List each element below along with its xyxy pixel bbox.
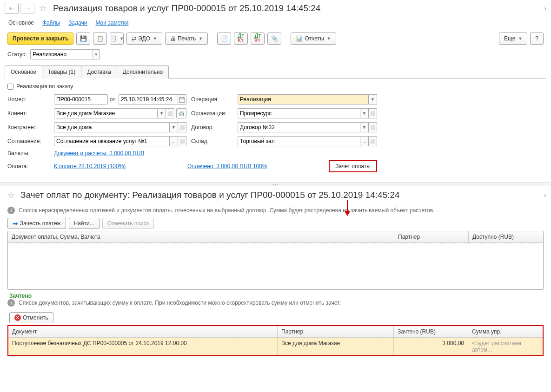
favorite-star-icon[interactable]: ☆	[7, 190, 15, 200]
form-tab-delivery[interactable]: Доставка	[81, 65, 117, 78]
help-button[interactable]: ?	[530, 33, 544, 45]
by-order-checkbox[interactable]	[7, 84, 13, 90]
undistributed-payments-table: Документ оплаты, Сумма, Валюта Партнер Д…	[7, 231, 544, 290]
cancel-offset-button[interactable]: ✕ Отменить	[9, 312, 53, 323]
chevron-down-icon[interactable]: ▼	[360, 122, 369, 132]
th-document[interactable]: Документ оплаты, Сумма, Валюта	[8, 231, 394, 242]
post-button[interactable]: 📋	[93, 33, 107, 45]
client-label: Клиент:	[7, 110, 49, 117]
tab-files[interactable]: Файлы	[42, 20, 60, 26]
form-tab-goods[interactable]: Товары (1)	[42, 65, 81, 78]
chevron-down-icon[interactable]: ▼	[369, 94, 377, 105]
open-ref-button[interactable]: ⬜	[369, 108, 377, 118]
reports-button[interactable]: 📊Отчеты▼	[291, 33, 336, 45]
form-tab-main[interactable]: Основное	[5, 65, 42, 78]
status-input[interactable]	[30, 49, 100, 59]
credited-documents-table: Документ Партнер Зачтено (RUB) Сумма упр…	[7, 325, 544, 356]
chevron-down-icon[interactable]: ▼	[92, 50, 100, 59]
number-input[interactable]	[54, 94, 108, 105]
chevron-down-icon: ▼	[518, 36, 522, 41]
payment-link[interactable]: К оплате 28.10.2019 (100%)	[54, 163, 126, 170]
agreement-input[interactable]	[54, 136, 170, 146]
agreement-label: Соглашение:	[7, 138, 49, 144]
panel-splitter[interactable]: • • •	[0, 183, 551, 186]
organization-label: Организация:	[191, 110, 233, 117]
tool-button-1[interactable]: 📄	[217, 33, 231, 45]
nav-forward-button: 🡒	[20, 3, 34, 14]
form-tab-additional[interactable]: Дополнительно	[117, 65, 169, 78]
chevron-down-icon[interactable]: ▼	[360, 108, 369, 118]
find-button[interactable]: Найти...	[69, 218, 100, 229]
calendar-icon	[179, 97, 185, 103]
ellipsis-button[interactable]: …	[170, 136, 178, 146]
payment-label: Оплата:	[7, 163, 49, 170]
open-ref-button[interactable]: ⬜	[178, 136, 186, 146]
info-icon: i	[7, 207, 15, 214]
document-title: Реализация товаров и услуг ПР00-000015 о…	[53, 3, 320, 13]
warehouse-label: Склад:	[191, 138, 233, 144]
open-ref-button[interactable]: ⬜	[178, 122, 186, 132]
post-and-close-button[interactable]: Провести и закрыть	[7, 33, 73, 45]
attach-button[interactable]: 📎	[267, 33, 281, 45]
tab-tasks[interactable]: Задачи	[68, 20, 87, 26]
cancel-search-button: Отменить поиск	[102, 218, 154, 229]
info-text-2: Список документов, зачитывающих сумму к …	[19, 300, 341, 306]
open-ref-button[interactable]: ⬜	[369, 136, 377, 146]
offset-payment-button[interactable]: Зачет оплаты	[329, 160, 377, 172]
organization-input[interactable]	[238, 108, 360, 118]
table-row[interactable]: Поступление безналичных ДС ПР00-000005 о…	[8, 338, 543, 355]
by-order-label: Реализация по заказу	[16, 83, 73, 90]
cell-sum-mgmt: <Будет рассчитана автом...	[468, 338, 543, 355]
chevron-down-icon: ▼	[327, 36, 331, 41]
th-partner[interactable]: Партнер	[278, 326, 394, 337]
th-available[interactable]: Доступно (RUB)	[469, 231, 543, 242]
tab-main[interactable]: Основное	[8, 20, 34, 26]
calendar-button[interactable]	[178, 94, 186, 105]
th-partner[interactable]: Партнер	[394, 231, 469, 242]
expand-icon[interactable]: ›	[544, 5, 546, 12]
svg-rect-0	[179, 98, 185, 102]
svg-marker-5	[345, 211, 350, 216]
chevron-down-icon: ▼	[153, 36, 157, 41]
create-based-on-button[interactable]: 📑▼	[110, 33, 124, 45]
th-document[interactable]: Документ	[8, 326, 278, 337]
paid-link[interactable]: Оплачено: 3 000,00 RUB 100%	[187, 163, 267, 170]
dogovor-input[interactable]	[238, 122, 360, 132]
currency-link[interactable]: Документ и расчеты: 3 000,00 RUB	[54, 150, 145, 157]
client-input[interactable]	[54, 108, 158, 118]
offset-payment-action-button[interactable]: ➡ Зачесть платеж	[7, 218, 66, 229]
operation-input[interactable]	[238, 94, 369, 105]
tab-notes[interactable]: Мои заметки	[95, 20, 128, 26]
th-credited[interactable]: Зачтено (RUB)	[394, 326, 468, 337]
copy-icon: 📑	[110, 35, 117, 42]
dt-kt-button[interactable]: ДтКт	[234, 33, 248, 45]
chevron-down-icon[interactable]: ▼	[158, 108, 166, 118]
red-arrow-annotation	[343, 200, 352, 219]
favorite-star-icon[interactable]: ☆	[39, 3, 46, 13]
expand-icon[interactable]: ›	[544, 191, 546, 199]
edo-button[interactable]: ⇄ЭДО▼	[126, 33, 162, 45]
more-button[interactable]: Еще▼	[499, 33, 527, 45]
client-card-button[interactable]: 📇	[176, 108, 186, 118]
post-icon: 📋	[97, 35, 104, 42]
th-sum-mgmt[interactable]: Сумма упр.	[468, 326, 543, 337]
warehouse-input[interactable]	[238, 136, 360, 146]
ellipsis-button[interactable]: …	[360, 136, 369, 146]
print-button[interactable]: 🖨Печать▼	[165, 33, 208, 45]
save-button[interactable]: 💾	[76, 33, 90, 45]
contragent-input[interactable]	[54, 122, 170, 132]
nav-back-button[interactable]: 🡐	[5, 3, 19, 14]
from-label: от:	[110, 96, 117, 103]
open-ref-button[interactable]: ⬜	[369, 122, 377, 132]
dt-kt-cancel-button[interactable]: ДтКт	[251, 33, 265, 45]
cell-amount: 3 000,00	[394, 338, 468, 355]
open-ref-button[interactable]: ⬜	[166, 108, 174, 118]
reports-icon: 📊	[296, 35, 303, 42]
table-body-empty	[8, 243, 543, 289]
status-dropdown[interactable]: ▼	[30, 49, 100, 59]
lower-panel-title: Зачет оплат по документу: Реализация тов…	[20, 190, 400, 200]
form-tabs: Основное Товары (1) Доставка Дополнитель…	[5, 65, 546, 78]
chevron-down-icon[interactable]: ▼	[170, 122, 178, 132]
number-label: Номер:	[7, 96, 49, 103]
date-input[interactable]	[119, 94, 178, 105]
